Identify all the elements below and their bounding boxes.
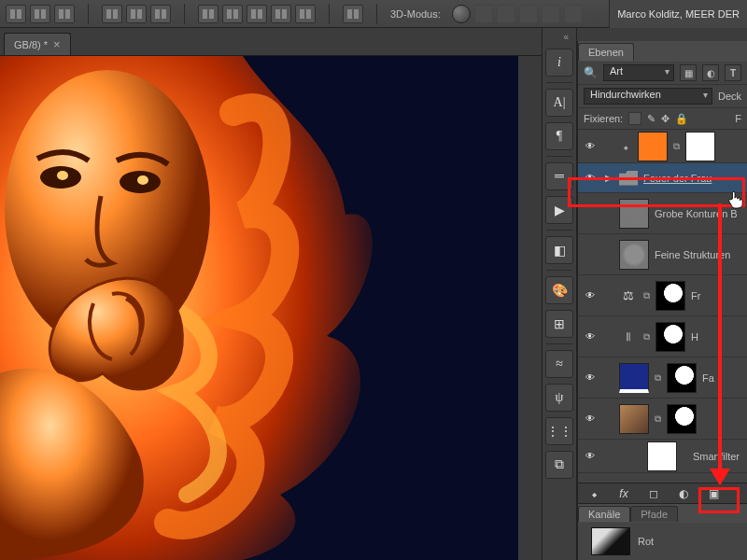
visibility-toggle[interactable]	[582, 448, 599, 465]
channel-thumb	[591, 527, 630, 555]
link-layers-button[interactable]: ⬥	[584, 486, 604, 501]
visibility-toggle[interactable]	[582, 246, 599, 263]
layer-name[interactable]: Feine Strukturen	[655, 249, 743, 260]
folder-icon	[619, 171, 638, 186]
document-canvas[interactable]	[0, 56, 518, 560]
distribute-bottom-icon[interactable]	[247, 5, 267, 23]
distribute-right-icon[interactable]	[150, 5, 171, 23]
layers-panel-tab-label: Ebenen	[578, 43, 634, 61]
character-panel-icon[interactable]: A|	[545, 89, 573, 117]
distribute-space-h-icon[interactable]	[271, 5, 291, 23]
3d-roll-icon[interactable]	[497, 5, 515, 23]
3d-scale-icon[interactable]	[564, 5, 583, 23]
channels-panel: Kanäle Pfade Rot	[578, 503, 747, 560]
distribute-top-icon[interactable]	[198, 5, 218, 23]
new-group-button[interactable]: ▣	[703, 486, 724, 501]
add-mask-button[interactable]: ◻	[643, 486, 664, 501]
visibility-toggle[interactable]	[582, 411, 599, 427]
info-panel-icon[interactable]: i	[545, 49, 573, 77]
lock-move-icon[interactable]: ✥	[661, 113, 669, 125]
channel-row-red[interactable]: Rot	[578, 523, 747, 560]
expand-group-icon[interactable]: ▶	[604, 173, 613, 183]
3d-slide-icon[interactable]	[542, 5, 560, 23]
distribute-left-icon[interactable]	[102, 5, 122, 23]
align-right-icon[interactable]	[54, 5, 75, 23]
glyphs-panel-icon[interactable]: ═	[545, 162, 573, 190]
layer-thumb	[638, 132, 668, 161]
fx-button[interactable]: fx	[613, 486, 634, 501]
layer-name[interactable]: Fr	[691, 290, 743, 301]
layer-thumb	[619, 363, 649, 393]
svg-point-3	[120, 171, 161, 193]
visibility-toggle[interactable]	[582, 370, 599, 386]
brush-presets-panel-icon[interactable]: ⋮⋮	[545, 417, 573, 445]
layer-name[interactable]: Feuer der Frau	[643, 173, 743, 184]
filter-adjust-icon[interactable]: ◐	[702, 64, 719, 81]
cursor-hand-icon	[727, 190, 744, 209]
lock-transparency-icon[interactable]	[628, 112, 641, 125]
panel-dock: « i A| ¶ ═ ▶ ◧ 🎨 ⊞ ≈ ψ ⋮⋮ ⧉	[542, 28, 577, 560]
blend-mode-dropdown[interactable]: Hindurchwirken	[584, 88, 712, 105]
close-tab-icon[interactable]: ×	[53, 37, 61, 51]
layer-mask-thumb	[655, 322, 685, 352]
3d-rotate-icon[interactable]	[474, 5, 493, 23]
auto-align-icon[interactable]	[343, 5, 363, 23]
layer-filter-dropdown[interactable]: Art	[603, 64, 674, 81]
layer-color-fill[interactable]: ⬥ ⧉	[578, 130, 747, 163]
visibility-toggle[interactable]	[582, 138, 599, 155]
channels-tab[interactable]: Kanäle	[578, 506, 630, 522]
clone-source-panel-icon[interactable]: ⧉	[545, 451, 573, 479]
new-adjustment-button[interactable]: ◐	[673, 486, 694, 501]
expand-dock-icon[interactable]: «	[563, 32, 569, 42]
swatches-panel-icon[interactable]: ⊞	[545, 310, 573, 338]
visibility-toggle[interactable]	[582, 329, 599, 345]
link-mask-icon: ⧉	[655, 372, 661, 384]
align-left-icon[interactable]	[6, 5, 26, 23]
distribute-vcenter-icon[interactable]	[222, 5, 243, 23]
paragraph-panel-icon[interactable]: ¶	[545, 122, 573, 150]
document-tab-label: GB/8) *	[14, 39, 48, 50]
svg-rect-0	[0, 56, 518, 560]
link-mask-icon: ⧉	[655, 413, 661, 425]
navigator-panel-icon[interactable]: ◧	[545, 236, 573, 264]
balance-icon: ⚖	[619, 287, 638, 305]
timeline-panel-icon[interactable]: ▶	[545, 196, 573, 224]
mode-3d-label: 3D-Modus:	[390, 8, 441, 20]
layer-name[interactable]: Fa	[702, 372, 743, 384]
styles-panel-icon[interactable]: ≈	[545, 350, 573, 378]
color-panel-icon[interactable]: 🎨	[545, 276, 573, 304]
canvas-artwork	[0, 56, 518, 560]
layers-footer: ⬥ fx ◻ ◐ ▣	[578, 483, 747, 503]
lock-paint-icon[interactable]: ✎	[647, 113, 655, 125]
fill-label: F	[735, 113, 741, 124]
filter-type-icon[interactable]: T	[725, 64, 741, 81]
align-center-icon[interactable]	[30, 5, 50, 23]
layer-thumb	[619, 240, 649, 270]
layer-name[interactable]: Grobe Konturen B	[655, 208, 743, 219]
filter-pixel-icon[interactable]: ▦	[680, 64, 697, 81]
paths-tab[interactable]: Pfade	[630, 506, 678, 522]
lock-row: Fixieren: ✎ ✥ 🔒 F	[578, 108, 747, 130]
window-title: Marco Kolditz, MEER DER	[609, 0, 747, 28]
lock-all-icon[interactable]: 🔒	[675, 113, 688, 125]
visibility-toggle[interactable]	[582, 205, 599, 222]
visibility-toggle[interactable]	[582, 170, 599, 187]
layer-mask-thumb	[685, 132, 715, 161]
distribute-space-v-icon[interactable]	[295, 5, 316, 23]
search-icon[interactable]: 🔍	[584, 66, 598, 79]
3d-sphere-icon[interactable]	[452, 5, 471, 23]
document-tab[interactable]: GB/8) * ×	[4, 33, 71, 55]
channel-name: Rot	[638, 536, 654, 547]
layers-panel-tab[interactable]: Ebenen	[578, 41, 747, 62]
visibility-toggle[interactable]	[582, 287, 599, 304]
layer-mask-thumb	[667, 363, 697, 393]
opacity-label: Deck	[718, 91, 741, 102]
3d-pan-icon[interactable]	[519, 5, 538, 23]
layer-name[interactable]: Smartfilter	[683, 451, 743, 462]
lock-label: Fixieren:	[584, 113, 623, 124]
blend-row: Hindurchwirken Deck	[578, 85, 747, 108]
brushes-panel-icon[interactable]: ψ	[545, 384, 573, 412]
distribute-hcenter-icon[interactable]	[126, 5, 147, 23]
layer-name[interactable]: H	[691, 331, 743, 343]
layer-group-feuer[interactable]: ▶ Feuer der Frau	[578, 163, 747, 193]
